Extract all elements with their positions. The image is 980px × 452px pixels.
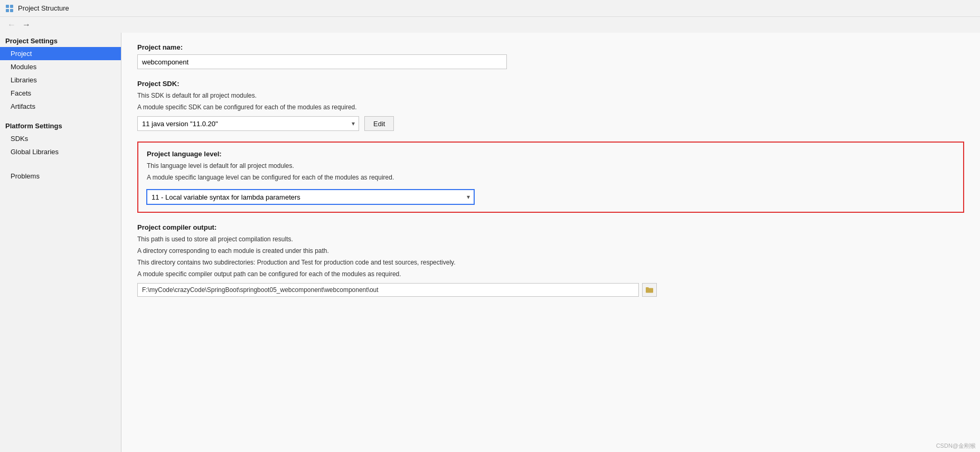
sdk-row: 11 java version "11.0.20" Edit (137, 116, 964, 131)
language-level-select[interactable]: 8 - Lambdas, type annotations etc. 9 - M… (147, 190, 474, 204)
browse-path-button[interactable] (642, 283, 657, 297)
watermark: CSDN@金刚猴 (936, 442, 976, 450)
compiler-output-desc3: This directory contains two subdirectori… (137, 258, 964, 267)
back-arrow[interactable]: ← (5, 19, 18, 31)
project-language-level-section: Project language level: This language le… (137, 142, 964, 213)
compiler-output-desc4: A module specific compiler output path c… (137, 269, 964, 279)
language-level-desc1: This language level is default for all p… (147, 161, 955, 171)
compiler-output-path-row (137, 283, 964, 297)
sidebar-item-libraries[interactable]: Libraries (0, 73, 121, 87)
sdk-select-wrapper: 11 java version "11.0.20" (137, 116, 359, 131)
compiler-output-desc2: A directory corresponding to each module… (137, 246, 964, 256)
nav-arrows-bar: ← → (0, 17, 980, 33)
sidebar-divider-2 (0, 161, 121, 161)
compiler-output-group: Project compiler output: This path is us… (137, 223, 964, 297)
project-sdk-group: Project SDK: This SDK is default for all… (137, 80, 964, 131)
project-sdk-desc1: This SDK is default for all project modu… (137, 91, 964, 100)
sidebar-divider-1 (0, 115, 121, 116)
svg-rect-1 (10, 5, 13, 8)
platform-settings-section-label: Platform Settings (0, 118, 121, 132)
svg-rect-2 (6, 9, 9, 12)
svg-rect-3 (10, 9, 13, 12)
language-level-select-wrapper: 8 - Lambdas, type annotations etc. 9 - M… (147, 190, 474, 204)
project-settings-section-label: Project Settings (0, 33, 121, 47)
project-name-label: Project name: (137, 43, 964, 51)
compiler-output-label: Project compiler output: (137, 223, 964, 231)
sidebar-item-sdks[interactable]: SDKs (0, 132, 121, 145)
sidebar-item-project[interactable]: Project (0, 47, 121, 60)
language-level-desc2: A module specific language level can be … (147, 173, 955, 182)
forward-arrow[interactable]: → (20, 19, 33, 31)
sidebar-item-artifacts[interactable]: Artifacts (0, 100, 121, 113)
sidebar: Project Settings Project Modules Librari… (0, 33, 121, 452)
svg-rect-0 (6, 5, 9, 8)
sdk-select[interactable]: 11 java version "11.0.20" (137, 116, 359, 131)
sidebar-item-modules[interactable]: Modules (0, 60, 121, 73)
sidebar-item-facets[interactable]: Facets (0, 87, 121, 100)
project-language-level-label: Project language level: (147, 150, 955, 158)
project-sdk-label: Project SDK: (137, 80, 964, 88)
title-bar: Project Structure (0, 0, 980, 17)
sidebar-item-problems[interactable]: Problems (0, 170, 121, 183)
compiler-output-path-input[interactable] (137, 283, 639, 297)
project-name-group: Project name: (137, 43, 964, 69)
content-area: Project name: Project SDK: This SDK is d… (121, 33, 980, 452)
project-name-input[interactable] (137, 54, 507, 69)
sidebar-item-global-libraries[interactable]: Global Libraries (0, 145, 121, 158)
project-structure-icon (5, 4, 14, 13)
folder-icon (646, 287, 653, 293)
edit-sdk-button[interactable]: Edit (364, 116, 394, 131)
compiler-output-desc1: This path is used to store all project c… (137, 234, 964, 244)
project-sdk-desc2: A module specific SDK can be configured … (137, 102, 964, 112)
main-layout: Project Settings Project Modules Librari… (0, 33, 980, 452)
title-bar-text: Project Structure (18, 4, 69, 12)
